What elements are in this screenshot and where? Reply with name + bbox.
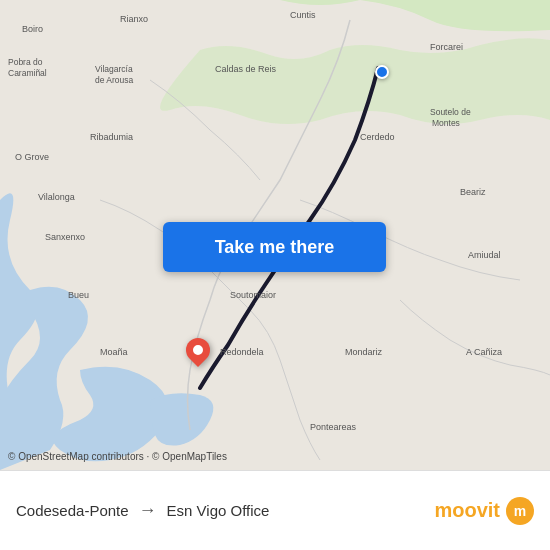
map-container: Boiro Rianxo Cuntis Pobra do Caramiñal V… bbox=[0, 0, 550, 470]
map-attribution: © OpenStreetMap contributors · © OpenMap… bbox=[0, 451, 550, 462]
svg-text:Vilagarcía: Vilagarcía bbox=[95, 64, 133, 74]
svg-text:Cerdedo: Cerdedo bbox=[360, 132, 395, 142]
svg-text:O Grove: O Grove bbox=[15, 152, 49, 162]
svg-text:Forcarei: Forcarei bbox=[430, 42, 463, 52]
svg-text:Montes: Montes bbox=[432, 118, 460, 128]
svg-text:Beariz: Beariz bbox=[460, 187, 486, 197]
svg-text:Ponteareas: Ponteareas bbox=[310, 422, 357, 432]
svg-text:Boiro: Boiro bbox=[22, 24, 43, 34]
svg-text:Mondariz: Mondariz bbox=[345, 347, 383, 357]
svg-text:Bueu: Bueu bbox=[68, 290, 89, 300]
origin-pin bbox=[375, 65, 389, 79]
svg-text:Pobra do: Pobra do bbox=[8, 57, 43, 67]
svg-text:Caldas de Reis: Caldas de Reis bbox=[215, 64, 277, 74]
svg-text:de Arousa: de Arousa bbox=[95, 75, 134, 85]
svg-text:Caramiñal: Caramiñal bbox=[8, 68, 47, 78]
svg-text:Cuntis: Cuntis bbox=[290, 10, 316, 20]
destination-pin bbox=[186, 338, 210, 362]
svg-text:Sanxenxo: Sanxenxo bbox=[45, 232, 85, 242]
destination-pin-head bbox=[181, 333, 215, 367]
attribution-text: © OpenStreetMap contributors · © OpenMap… bbox=[8, 451, 227, 462]
route-from: Codeseda-Ponte bbox=[16, 502, 129, 519]
svg-text:Amiudal: Amiudal bbox=[468, 250, 501, 260]
svg-text:Redondela: Redondela bbox=[220, 347, 264, 357]
bottom-bar: Codeseda-Ponte → Esn Vigo Office moovit … bbox=[0, 470, 550, 550]
route-to: Esn Vigo Office bbox=[167, 502, 270, 519]
svg-text:A Cañiza: A Cañiza bbox=[466, 347, 502, 357]
svg-text:Soutelo de: Soutelo de bbox=[430, 107, 471, 117]
svg-text:Soutomaior: Soutomaior bbox=[230, 290, 276, 300]
svg-text:Ribadumia: Ribadumia bbox=[90, 132, 133, 142]
svg-text:Moaña: Moaña bbox=[100, 347, 128, 357]
svg-text:Rianxo: Rianxo bbox=[120, 14, 148, 24]
svg-text:Vilalonga: Vilalonga bbox=[38, 192, 75, 202]
route-arrow-icon: → bbox=[139, 500, 157, 521]
take-me-there-button[interactable]: Take me there bbox=[163, 222, 386, 272]
moovit-branding: moovit m bbox=[434, 497, 534, 525]
moovit-logo-icon: m bbox=[506, 497, 534, 525]
moovit-logo-letter: m bbox=[514, 503, 526, 519]
moovit-wordmark: moovit bbox=[434, 499, 500, 522]
